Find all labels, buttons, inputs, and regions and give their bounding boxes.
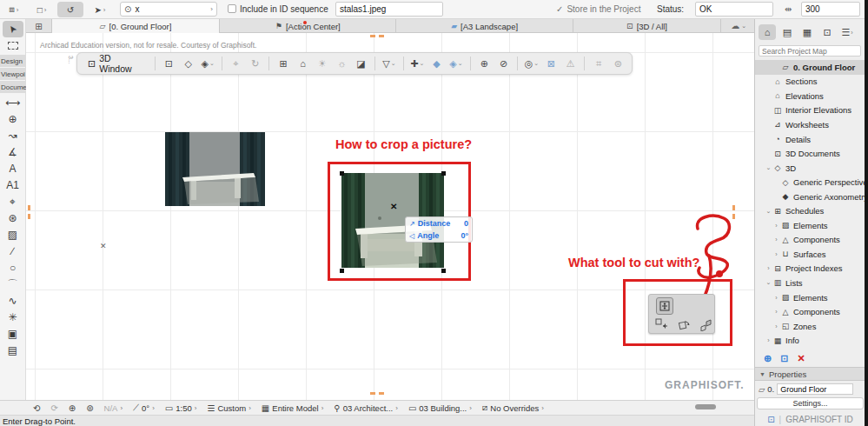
view-mode-dropdown[interactable]: ◈⌄ [199, 55, 215, 72]
tree-ground-floor[interactable]: ▱0. Ground Floor [755, 60, 865, 75]
design-palette-tab[interactable]: Design [0, 55, 26, 67]
tree-interior-elevations[interactable]: ◫Interior Elevations [755, 103, 865, 118]
graphisoft-id-bar[interactable]: ⊡ | GRAPHISOFT ID [755, 412, 865, 426]
distance-value[interactable]: 0 [464, 219, 468, 228]
add-viewpoint-icon[interactable]: ⊕ [764, 353, 772, 364]
drawing-tool[interactable]: ▤ [1, 342, 25, 358]
circle-tool[interactable]: ○ [1, 259, 25, 276]
mirror-button[interactable] [697, 316, 714, 333]
walk-mode-icon[interactable]: ⌖ [228, 55, 244, 72]
tab-action-center[interactable]: ⚑ [Action Center] [220, 19, 396, 33]
scale[interactable]: ▭1:50› [161, 402, 202, 415]
document-palette-tab[interactable]: Docume [0, 81, 26, 93]
include-id-checkbox[interactable]: Include in ID sequence [228, 4, 328, 14]
resolution-input[interactable] [801, 2, 860, 17]
camera-dropdown[interactable]: ◎⌄ [523, 55, 540, 72]
sun-settings-icon[interactable]: ☀ [314, 55, 330, 72]
zoom-undo[interactable]: ⟲ [29, 402, 44, 415]
label-tool[interactable]: A1 [1, 176, 25, 193]
zoom-redo[interactable]: ⟳ [46, 402, 62, 415]
pen-set[interactable]: ☰Custom› [202, 402, 255, 415]
angle-value[interactable]: 0° [461, 231, 468, 240]
tab-3d-all[interactable]: ⊡ [3D / All] [573, 19, 722, 33]
view-map-icon[interactable]: ▤ [779, 24, 796, 40]
lock-icon[interactable]: ⊠ [543, 55, 560, 72]
tab-a3-landscape[interactable]: ▰ [A3 Landscape] [396, 19, 573, 33]
tree-3d-documents[interactable]: ⊡3D Documents [755, 146, 865, 161]
marquee-tool[interactable]: □ [1, 37, 25, 54]
tree-schedule-components[interactable]: ›△Components [755, 233, 865, 248]
tree-project-indexes[interactable]: ›⊟Project Indexes [755, 262, 865, 276]
layer-combination[interactable]: ⚲03 Architect...› [329, 402, 402, 415]
drag-mode-button[interactable] [656, 297, 673, 315]
tree-info[interactable]: ›▦Info [755, 333, 865, 348]
circle-dimension-tool[interactable]: ⊕ [1, 110, 25, 127]
tree-lists[interactable]: ⌄▥Lists [755, 276, 865, 290]
zoom-select-icon[interactable]: ⊞ [275, 55, 291, 72]
filename-input[interactable] [335, 2, 443, 17]
perspective-icon[interactable]: ⊡ [161, 55, 177, 72]
fill-tool[interactable]: ▨ [1, 226, 25, 243]
marker-tool[interactable]: ⌖ [1, 193, 25, 210]
search-input[interactable] [759, 45, 861, 57]
zoom-level[interactable]: N/A› [100, 402, 128, 415]
angle-dimension-tool[interactable]: ∡ [1, 143, 25, 160]
point-tool[interactable]: ✳ [1, 309, 25, 325]
status-input[interactable] [695, 2, 773, 17]
delete-icon[interactable]: ✕ [797, 353, 805, 364]
tree-schedule-surfaces[interactable]: ›⊔Surfaces [755, 247, 865, 262]
morph-icon[interactable]: ◆ [428, 55, 445, 72]
filter-elements-dropdown[interactable]: ▽⌄ [381, 55, 397, 72]
fly-mode-icon[interactable]: ⌗ [590, 55, 606, 72]
shadows-icon[interactable]: ☼ [334, 55, 350, 72]
alert-icon[interactable]: ⚠ [562, 55, 579, 72]
selection-handle[interactable] [340, 269, 344, 273]
text-tool[interactable]: A [1, 160, 25, 176]
elevation-dimension-tool[interactable]: ↝ [1, 127, 25, 143]
tree-worksheets[interactable]: ⊿Worksheets [755, 117, 865, 132]
publisher-icon[interactable]: ⊡ [818, 24, 836, 40]
visibility-field[interactable]: ⊙ x › [120, 2, 217, 17]
zoom-in[interactable]: ⊕ [64, 402, 80, 415]
move-button[interactable] [653, 316, 670, 333]
navigator-menu-icon[interactable]: ☰› [838, 24, 856, 40]
floor-plan-canvas[interactable]: Archicad Education version, not for resa… [26, 33, 754, 400]
tree-list-components[interactable]: ›△Components [755, 304, 865, 319]
selection-handle[interactable] [340, 171, 344, 176]
structure-display[interactable]: ▦Entire Model› [257, 402, 328, 415]
clone-folder-icon[interactable]: ⊡ [780, 353, 788, 364]
surface-painter-icon[interactable]: ⊕ [476, 55, 493, 72]
rotate-button[interactable] [675, 316, 692, 333]
marquee-mode-button[interactable]: □› [29, 2, 55, 17]
layout-book-icon[interactable]: ▦ [798, 24, 816, 40]
align-view-icon[interactable]: ⊘ [495, 55, 512, 72]
dimension-style[interactable]: ▭03 Building...› [404, 402, 476, 415]
tree-details[interactable]: ◔Details [755, 132, 865, 147]
quad-view-icon[interactable]: ⊞ [26, 19, 52, 33]
fit-in-window[interactable]: ⊜ [82, 402, 97, 415]
selection-handle[interactable] [441, 269, 446, 273]
tab-ground-floor[interactable]: ▱ [0. Ground Floor] [52, 19, 220, 33]
zone-tool[interactable]: ⊛ [1, 210, 25, 226]
solid-ops-dropdown[interactable]: ◈⌄ [447, 55, 464, 72]
dimension-tool[interactable]: ⟷ [1, 94, 25, 110]
tree-elevations[interactable]: ⌂Elevations [755, 89, 865, 103]
line-tool[interactable]: ∕ [1, 243, 25, 259]
cursor-button[interactable]: ➤› [86, 2, 114, 17]
tree-sections[interactable]: ⌂Sections [755, 75, 865, 90]
project-map-icon[interactable]: ⌂ [759, 24, 776, 40]
graphic-override[interactable]: ⧄No Overrides› [478, 402, 548, 415]
tree-generic-perspective[interactable]: ◇Generic Perspective [755, 175, 865, 190]
tree-schedules[interactable]: ⌄⊞Schedules [755, 203, 865, 218]
axonometry-icon[interactable]: ◇ [180, 55, 196, 72]
tree-generic-axonometry[interactable]: ◆Generic Axonometry [755, 190, 865, 204]
item-name-input[interactable] [777, 383, 853, 395]
tree-3d[interactable]: ⌄◇3D [755, 161, 865, 176]
tree-schedule-elements[interactable]: ›▨Elements [755, 218, 865, 233]
image-tool[interactable]: ▣ [1, 325, 25, 342]
settings-button[interactable]: Settings... [757, 397, 864, 409]
store-in-project-check[interactable]: ✓Store in the Project [556, 4, 640, 14]
orbit-icon[interactable]: ↻ [247, 55, 263, 72]
horizontal-scrollbar-thumb[interactable] [695, 404, 716, 409]
more-options-icon[interactable]: ⊜ [610, 55, 626, 72]
